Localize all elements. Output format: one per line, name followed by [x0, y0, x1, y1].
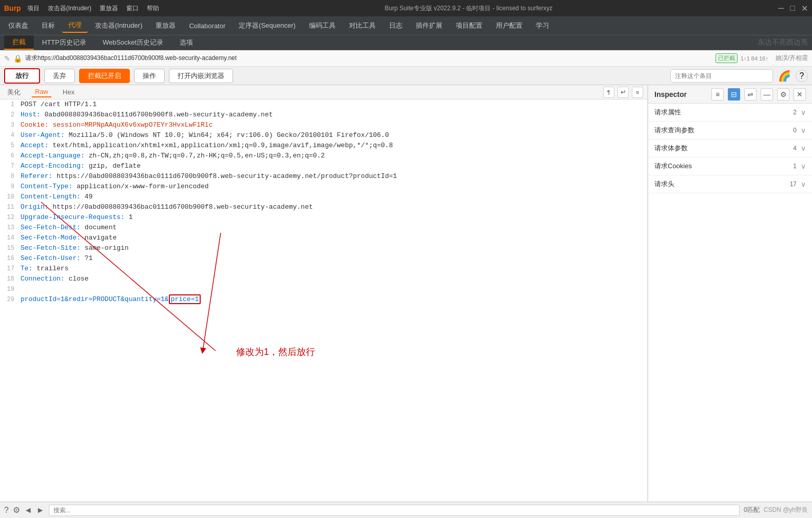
color-picker-icon[interactable]: 🌈	[777, 69, 791, 83]
inspector-panel: Inspector ≡ ⊟ ⇌ — ⚙ ✕ 请求属性 2 ∨ 请求查询参数 0 …	[648, 85, 812, 502]
code-line-13[interactable]: 13Sec-Fetch-Dest: document	[0, 223, 647, 233]
line-text: Content-Length: 49	[21, 192, 92, 202]
nav-decoder[interactable]: 编码工具	[303, 19, 342, 32]
minimize-button[interactable]: ─	[778, 4, 784, 13]
code-line-19[interactable]: 19	[0, 284, 647, 294]
code-line-17[interactable]: 17Te: trailers	[0, 264, 647, 274]
price-highlight: price=1	[169, 294, 201, 304]
editor-container: 美化 Raw Hex ¶ ↵ ≡ 1POST /cart HTTP/1.12Ho…	[0, 85, 812, 502]
nav-user-options[interactable]: 用户配置	[490, 19, 529, 32]
tab-options[interactable]: 选项	[171, 36, 201, 49]
tab-beautify[interactable]: 美化	[4, 87, 24, 98]
newline-icon[interactable]: ↵	[617, 87, 629, 98]
inspector-settings-icon[interactable]: ⚙	[777, 88, 789, 101]
title-bar-menu: 项目 攻击器(Intruder) 重放器 窗口 帮助	[27, 4, 159, 13]
code-line-7[interactable]: 7Accept-Encoding: gzip, deflate	[0, 161, 647, 171]
paragraph-icon[interactable]: ¶	[603, 87, 614, 98]
code-line-20[interactable]: 20productId=1&redir=PRODUCT&quantity=1&p…	[0, 294, 647, 305]
help-icon[interactable]: ?	[796, 70, 808, 82]
nav-project-options[interactable]: 项目配置	[450, 19, 489, 32]
nav-proxy[interactable]: 代理	[62, 18, 88, 33]
inspector-close-icon[interactable]: ✕	[794, 88, 806, 101]
line-number: 3	[2, 120, 14, 130]
nav-sequencer[interactable]: 定序器(Sequencer)	[233, 19, 302, 32]
nav-intruder[interactable]: 攻击器(Intruder)	[89, 19, 148, 32]
line-number: 16	[2, 253, 14, 264]
code-line-3[interactable]: 3Cookie: session=MRPNpAAquX6v6xwpO7EYr3H…	[0, 120, 647, 130]
inspector-title: Inspector	[654, 90, 707, 98]
action-button[interactable]: 操作	[134, 69, 165, 83]
inspector-minus-icon[interactable]: —	[761, 88, 773, 101]
line-number: 6	[2, 151, 14, 161]
line-number: 20	[2, 294, 14, 305]
nav-target[interactable]: 目标	[35, 19, 61, 32]
inspector-align-icon[interactable]: ⇌	[744, 88, 757, 101]
line-number: 1	[2, 99, 14, 110]
nav-logger[interactable]: 日志	[383, 19, 409, 32]
code-line-15[interactable]: 15Sec-Fetch-Site: same-origin	[0, 243, 647, 253]
line-text: Sec-Fetch-Dest: document	[21, 223, 117, 233]
help-button[interactable]: ?	[4, 506, 9, 515]
credit-text: CSDN @yh野良	[764, 506, 808, 514]
inspector-query-params[interactable]: 请求查询参数 0 ∨	[648, 122, 812, 140]
tab-websocket-history[interactable]: WebSocket历史记录	[94, 36, 171, 49]
code-line-12[interactable]: 12Upgrade-Insecure-Requests: 1	[0, 212, 647, 223]
code-line-5[interactable]: 5Accept: text/html,application/xhtml+xml…	[0, 141, 647, 151]
inspector-cookies[interactable]: 请求Cookies 1 ∨	[648, 157, 812, 175]
intercept-toggle-button[interactable]: 拦截已开启	[79, 69, 130, 83]
code-line-4[interactable]: 4User-Agent: Mozilla/5.0 (Windows NT 10.…	[0, 130, 647, 141]
back-button[interactable]: ◄	[24, 506, 32, 515]
run-button[interactable]: 放行	[4, 68, 40, 84]
code-line-6[interactable]: 6Accept-Language: zh-CN,zh;q=0.8,zh-TW;q…	[0, 151, 647, 161]
code-line-2[interactable]: 2Host: 0abd0088039436bac0111d6700b900f8.…	[0, 110, 647, 120]
code-line-18[interactable]: 18Connection: close	[0, 274, 647, 284]
line-number: 9	[2, 182, 14, 192]
tab-intercept[interactable]: 拦截	[4, 35, 34, 50]
tab-hex[interactable]: Hex	[60, 87, 78, 97]
line-number: 10	[2, 192, 14, 202]
inspector-list-icon[interactable]: ≡	[711, 88, 724, 101]
menu-help[interactable]: 帮助	[147, 4, 159, 13]
intercept-toolbar: 放行 丢弃 拦截已开启 操作 打开内嵌浏览器 🌈 ?	[0, 67, 812, 85]
nav-learn[interactable]: 学习	[530, 19, 555, 32]
line-text: Referer: https://0abd0088039436bac0111d6…	[21, 171, 397, 182]
code-line-10[interactable]: 10Content-Length: 49	[0, 192, 647, 202]
line-text: Cookie: session=MRPNpAAquX6v6xwpO7EYr3Hv…	[21, 120, 212, 130]
nav-comparer[interactable]: 对比工具	[343, 19, 382, 32]
code-editor[interactable]: 1POST /cart HTTP/1.12Host: 0abd008803943…	[0, 99, 647, 502]
menu-icon[interactable]: ≡	[632, 87, 643, 98]
menu-window[interactable]: 窗口	[126, 4, 139, 13]
settings-button[interactable]: ⚙	[13, 505, 20, 515]
code-line-11[interactable]: 11Origin: https://0abd0088039436bac0111d…	[0, 202, 647, 212]
code-line-1[interactable]: 1POST /cart HTTP/1.1	[0, 99, 647, 110]
nav-repeater[interactable]: 重放器	[149, 19, 182, 32]
maximize-button[interactable]: □	[790, 4, 795, 13]
menu-intruder[interactable]: 攻击器(Intruder)	[48, 4, 91, 13]
nav-collaborator[interactable]: Collaborator	[183, 20, 231, 32]
nav-extensions[interactable]: 插件扩展	[410, 19, 449, 32]
nav-dashboard[interactable]: 仪表盘	[2, 19, 34, 32]
lock-icon: 🔒	[13, 54, 22, 63]
line-col: 1↑1 84:16↑	[741, 55, 768, 62]
code-line-14[interactable]: 14Sec-Fetch-Mode: navigate	[0, 233, 647, 243]
forward-button[interactable]: ►	[36, 506, 45, 515]
menu-project[interactable]: 项目	[27, 4, 40, 13]
line-number: 17	[2, 264, 14, 274]
comment-input[interactable]	[670, 69, 773, 83]
code-line-9[interactable]: 9Content-Type: application/x-www-form-ur…	[0, 182, 647, 192]
close-button[interactable]: ✕	[801, 4, 808, 13]
inspector-request-attributes[interactable]: 请求属性 2 ∨	[648, 104, 812, 122]
menu-repeater[interactable]: 重放器	[100, 4, 118, 13]
tab-raw[interactable]: Raw	[32, 87, 51, 97]
search-status: 0匹配	[744, 506, 760, 514]
inspector-body-params[interactable]: 请求体参数 4 ∨	[648, 140, 812, 157]
open-browser-button[interactable]: 打开内嵌浏览器	[169, 69, 233, 83]
intercept-badge: 已拦截	[716, 53, 738, 63]
search-input[interactable]	[49, 505, 740, 516]
code-line-16[interactable]: 16Sec-Fetch-User: ?1	[0, 253, 647, 264]
discard-button[interactable]: 丢弃	[44, 69, 75, 83]
inspector-panel-icon[interactable]: ⊟	[728, 88, 740, 101]
code-line-8[interactable]: 8Referer: https://0abd0088039436bac0111d…	[0, 171, 647, 182]
tab-http-history[interactable]: HTTP历史记录	[34, 36, 94, 49]
inspector-request-headers[interactable]: 请求头 17 ∨	[648, 175, 812, 193]
